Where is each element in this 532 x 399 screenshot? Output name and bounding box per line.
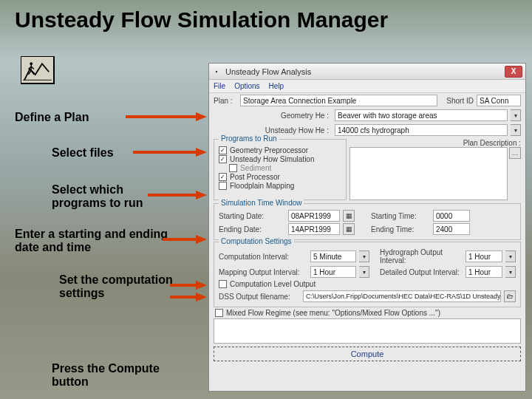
compute-button[interactable]: Compute	[214, 347, 521, 361]
arrow-icon	[163, 233, 207, 245]
arrow-icon	[148, 189, 207, 201]
app-icon	[21, 56, 55, 84]
time-window-group-title: Simulation Time Window	[219, 199, 304, 207]
chk-label: Post Processor	[230, 173, 280, 181]
end-time-input[interactable]: 2400	[433, 223, 470, 235]
arrow-icon	[170, 279, 207, 291]
svg-marker-8	[196, 235, 207, 244]
dropdown-icon[interactable]: ▾	[505, 266, 516, 278]
chk-sediment[interactable]: Sediment	[229, 164, 341, 172]
close-button[interactable]: X	[505, 66, 522, 78]
label-press-compute: Press the Compute button	[52, 362, 177, 389]
unsteady-file-input[interactable]: 14000 cfs hydrograph	[335, 124, 508, 136]
comp-interval-select[interactable]: 5 Minute	[310, 250, 356, 262]
detailed-interval-select[interactable]: 1 Hour	[466, 266, 502, 278]
svg-marker-10	[196, 281, 207, 290]
geometry-file-label: Geometry He :	[214, 112, 332, 120]
dss-filename-input[interactable]: C:\Users\Jon.Fripp\Documents\HEC Data\HE…	[303, 290, 501, 302]
shortid-label: Short ID	[446, 97, 474, 105]
plan-description-textarea[interactable]	[349, 147, 508, 200]
dropdown-icon[interactable]: ▾	[511, 109, 521, 121]
map-interval-select[interactable]: 1 Hour	[310, 266, 356, 278]
plan-input[interactable]: Storage Area Connection Example	[240, 95, 437, 106]
hydro-interval-select[interactable]: 1 Hour	[466, 250, 502, 262]
titlebar[interactable]: 🞍 Unsteady Flow Analysis X	[209, 64, 525, 80]
geometry-file-input[interactable]: Beaver with two storage areas	[335, 109, 508, 121]
arrow-icon	[133, 146, 207, 158]
start-date-input[interactable]: 08APR1999	[288, 210, 340, 222]
label-define-plan: Define a Plan	[15, 111, 89, 124]
chk-label: Mixed Flow Regime (see menu: "Options/Mi…	[226, 309, 440, 317]
browse-file-button[interactable]: 🗁	[504, 290, 516, 302]
svg-marker-4	[196, 148, 207, 157]
comp-settings-group-title: Computation Settings	[219, 237, 294, 245]
label-select-files: Select files	[52, 146, 114, 160]
chk-label: Sediment	[240, 164, 271, 172]
comp-interval-label: Computation Interval:	[219, 253, 307, 261]
menu-options[interactable]: Options	[234, 82, 259, 90]
dropdown-icon[interactable]: ▾	[359, 266, 369, 278]
svg-point-0	[30, 62, 33, 65]
chk-geom-preprocessor[interactable]: Geometry Preprocessor	[219, 146, 341, 154]
chk-label: Computation Level Output	[230, 280, 316, 288]
programs-group-title: Programs to Run	[219, 134, 279, 143]
shortid-input[interactable]: SA Conn	[477, 95, 521, 106]
dropdown-icon[interactable]: ▾	[359, 250, 369, 262]
menubar: File Options Help	[209, 80, 525, 93]
arrow-icon	[170, 291, 207, 303]
chk-unsteady-sim[interactable]: Unsteady How Simulation	[219, 155, 341, 163]
end-date-input[interactable]: 14APR1999	[288, 223, 340, 235]
menu-file[interactable]: File	[214, 82, 225, 90]
map-interval-label: Mapping Output Interval:	[219, 268, 307, 276]
label-set-comp: Set the computation settings	[59, 273, 185, 300]
hydro-interval-label: Hydrograph Output Interval:	[380, 248, 463, 265]
chk-label: Unsteady How Simulation	[230, 155, 315, 163]
unsteady-file-label: Unsteady How He :	[214, 126, 332, 134]
page-title: Unsteady Flow Simulation Manager	[15, 7, 388, 33]
start-time-input[interactable]: 0000	[433, 210, 470, 222]
chk-comp-level-output[interactable]: Computation Level Output	[219, 280, 516, 288]
chk-floodplain-mapping[interactable]: Floodplain Mapping	[219, 182, 341, 190]
menu-help[interactable]: Help	[269, 82, 284, 90]
log-textarea[interactable]	[214, 318, 521, 344]
svg-marker-12	[196, 293, 207, 301]
calendar-icon[interactable]: ▦	[343, 210, 355, 222]
plan-description-label: Plan Description :	[463, 139, 521, 147]
window-title: Unsteady Flow Analysis	[225, 67, 311, 76]
end-time-label: Ending Time:	[371, 225, 430, 233]
end-date-label: Ending Date:	[219, 225, 285, 233]
arrow-icon	[126, 111, 207, 123]
calendar-icon[interactable]: ▦	[343, 223, 355, 235]
chk-label: Geometry Preprocessor	[230, 146, 308, 154]
svg-marker-2	[196, 112, 207, 121]
chk-label: Floodplain Mapping	[230, 182, 294, 190]
detailed-interval-label: Detailed Output Interval:	[380, 268, 463, 276]
plan-description-expand-button[interactable]: …	[509, 147, 521, 159]
app-small-icon: 🞍	[212, 66, 222, 77]
svg-marker-6	[196, 191, 207, 200]
start-time-label: Starting Time:	[371, 212, 430, 220]
plan-label: Plan :	[214, 97, 237, 105]
start-date-label: Starting Date:	[219, 212, 285, 220]
dropdown-icon[interactable]: ▾	[505, 250, 516, 262]
chk-mixed-flow-regime[interactable]: Mixed Flow Regime (see menu: "Options/Mi…	[215, 309, 519, 317]
unsteady-flow-dialog: 🞍 Unsteady Flow Analysis X File Options …	[208, 63, 526, 392]
chk-post-processor[interactable]: Post Processor	[219, 173, 341, 181]
dropdown-icon[interactable]: ▾	[511, 124, 521, 136]
label-select-programs: Select which programs to run	[52, 183, 148, 210]
dss-filename-label: DSS Output filename:	[219, 293, 300, 301]
